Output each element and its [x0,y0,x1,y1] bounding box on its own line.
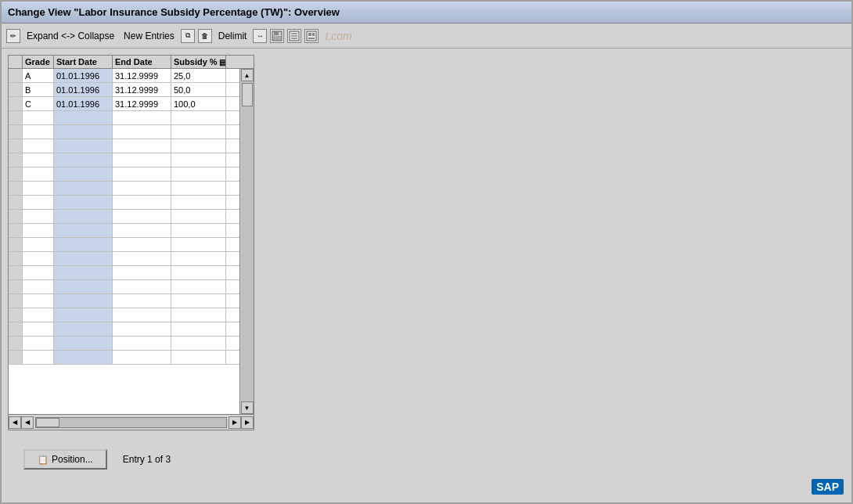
cell-empty [171,308,226,322]
cell-empty [54,196,113,209]
empty-table-row[interactable] [9,308,239,322]
cell-empty [113,280,171,293]
table-row[interactable]: C 01.01.1996 31.12.9999 100,0 [9,97,239,111]
cell-start-a: 01.01.1996 [54,69,113,82]
scroll-left2-button[interactable]: ◀ [21,416,34,429]
sap-logo: SAP [812,479,844,495]
cell-empty [113,167,171,181]
delete-icon[interactable]: 🗑 [198,29,212,43]
cell-empty [171,351,226,364]
copy-icon[interactable]: ⧉ [181,29,195,43]
cell-empty [23,139,54,153]
cell-empty [23,252,54,265]
empty-table-row[interactable] [9,125,239,139]
empty-table-row[interactable] [9,210,239,224]
row-selector-b[interactable] [9,83,23,96]
position-button[interactable]: 📋 Position... [23,449,107,470]
empty-table-row[interactable] [9,111,239,125]
subsidy-col-icon: ▤ [219,58,226,67]
cell-empty [54,308,113,322]
cell-empty [23,111,54,124]
cell-end-a: 31.12.9999 [113,69,171,82]
row-selector-empty [9,266,23,279]
toolbar-icon-1[interactable] [287,29,301,43]
cell-empty [171,224,226,237]
cell-empty [23,294,54,308]
empty-table-row[interactable] [9,139,239,153]
cell-subsidy-b: 50,0 [171,83,226,96]
scroll-track[interactable] [241,81,254,401]
svg-rect-10 [308,38,315,39]
empty-table-row[interactable] [9,153,239,167]
cell-empty [113,337,171,350]
empty-table-row[interactable] [9,167,239,182]
empty-table-row[interactable] [9,182,239,196]
col-header-end-date: End Date [113,56,171,68]
row-selector-c[interactable] [9,97,23,110]
cell-grade-a: A [23,69,54,82]
cell-empty [23,224,54,237]
row-selector-a[interactable] [9,69,23,82]
cell-empty [113,224,171,237]
cell-empty [23,351,54,364]
hscroll-thumb[interactable] [36,418,59,427]
cell-empty [113,238,171,251]
empty-table-row[interactable] [9,238,239,252]
cell-empty [171,280,226,293]
scroll-right2-button[interactable]: ▶ [241,416,254,429]
cell-empty [23,322,54,336]
scroll-up-button[interactable]: ▲ [241,69,254,81]
save-icon[interactable] [270,29,284,43]
empty-table-row[interactable] [9,224,239,238]
cell-empty [113,308,171,322]
hscroll-track[interactable] [35,417,227,428]
empty-table-row[interactable] [9,351,239,365]
cell-empty [113,294,171,308]
empty-table-row[interactable] [9,266,239,280]
cell-empty [54,266,113,279]
cell-empty [54,167,113,181]
empty-table-row[interactable] [9,322,239,337]
empty-table-row[interactable] [9,280,239,294]
cell-empty [23,182,54,195]
row-selector-empty [9,337,23,350]
expand-collapse-button[interactable]: Expand <-> Collapse [23,29,117,43]
watermark-text: t.com [325,30,351,42]
scroll-thumb[interactable] [242,83,253,106]
window-title: Change View "Labor Insurance Subsidy Per… [8,6,340,18]
row-selector-empty [9,238,23,251]
toolbar-icon-2[interactable] [304,29,319,43]
table-row[interactable]: A 01.01.1996 31.12.9999 25,0 [9,69,239,83]
arrow-icon[interactable]: ↔ [253,29,267,43]
empty-table-row[interactable] [9,337,239,351]
delimit-button[interactable]: Delimit [215,29,250,43]
cell-empty [54,182,113,195]
cell-empty [171,337,226,350]
scroll-down-button[interactable]: ▼ [241,401,254,414]
new-entries-button[interactable]: New Entries [121,29,178,43]
pencil-icon[interactable]: ✏ [6,29,20,43]
horizontal-scrollbar[interactable]: ◀ ◀ ▶ ▶ [9,415,254,430]
cell-empty [23,266,54,279]
col-header-subsidy: Subsidy % ▤ [171,56,226,68]
empty-table-row[interactable] [9,252,239,266]
empty-table-row[interactable] [9,196,239,210]
svg-rect-1 [274,31,279,35]
cell-empty [171,210,226,223]
scroll-left-button[interactable]: ◀ [9,416,21,429]
cell-start-c: 01.01.1996 [54,97,113,110]
cell-empty [171,238,226,251]
vertical-scrollbar[interactable]: ▲ ▼ [239,69,254,414]
cell-subsidy-a: 25,0 [171,69,226,82]
scroll-right-button[interactable]: ▶ [229,416,241,429]
content-area: Grade Start Date End Date Subsidy % ▤ [2,49,851,502]
position-icon: 📋 [38,455,49,465]
empty-rows [9,111,239,365]
table-row[interactable]: B 01.01.1996 31.12.9999 50,0 [9,83,239,97]
row-selector-empty [9,139,23,153]
cell-subsidy-c: 100,0 [171,97,226,110]
empty-table-row[interactable] [9,294,239,308]
cell-empty [23,337,54,350]
cell-empty [23,280,54,293]
cell-end-b: 31.12.9999 [113,83,171,96]
